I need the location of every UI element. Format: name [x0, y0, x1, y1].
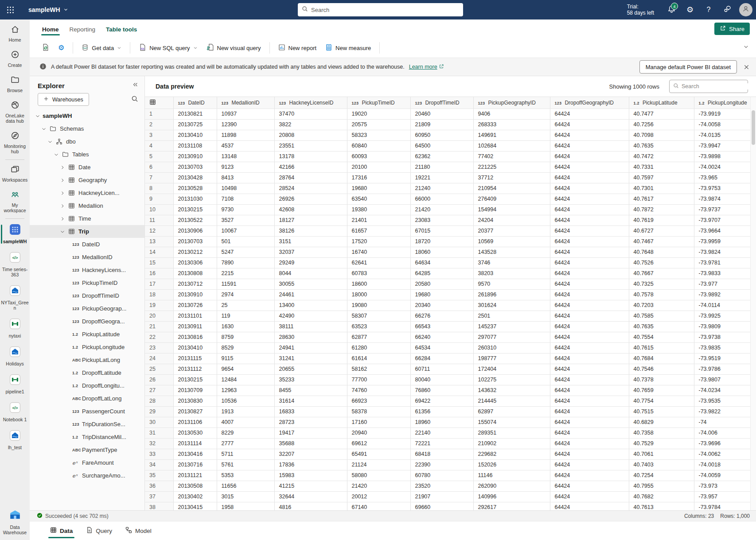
- rail-item-lh-test[interactable]: lh_test: [0, 426, 30, 454]
- tree-item-dbo[interactable]: dbo: [30, 135, 144, 148]
- rail-item-samplewh[interactable]: sampleWH: [0, 220, 30, 248]
- column-header-pickupgeographyid[interactable]: 123PickupGeographyID: [473, 97, 550, 109]
- column-header-hackneylicenseid[interactable]: 123HackneyLicenseID: [274, 97, 347, 109]
- add-warehouses-button[interactable]: Warehouses: [38, 93, 89, 106]
- global-search-input[interactable]: [311, 7, 459, 13]
- rail-item-notebook-1[interactable]: </> Notebook 1: [0, 398, 30, 426]
- rail-item-workspaces[interactable]: Workspaces: [0, 161, 30, 186]
- chevron-right-icon[interactable]: [59, 165, 66, 170]
- new-report-button[interactable]: New report: [274, 41, 321, 55]
- tree-column-pickuplatlong[interactable]: ABC PickupLatLong: [30, 354, 144, 366]
- column-header-pickuplongitude[interactable]: 1.2PickupLongitude: [694, 97, 750, 109]
- tree-item-tables[interactable]: Tables: [30, 148, 144, 161]
- rail-item-browse[interactable]: Browse: [0, 72, 30, 97]
- chevron-down-icon[interactable]: [47, 139, 54, 144]
- rail-item-nytaxi-green[interactable]: NYTaxi_Green: [0, 281, 30, 315]
- tree-column-pickuplongitude[interactable]: 1.2 PickupLongitude: [30, 341, 144, 354]
- cell: 69612: [347, 438, 410, 449]
- settings-ribbon-button[interactable]: ⚙: [54, 41, 68, 54]
- scrollbar-thumb[interactable]: [752, 110, 755, 145]
- tree-column-hackneylicens-[interactable]: 123 HackneyLicens...: [30, 264, 144, 276]
- rail-item-monitoring-hub[interactable]: Monitoring hub: [0, 128, 30, 158]
- ribbon-collapse-button[interactable]: [743, 43, 749, 51]
- new-measure-button[interactable]: New measure: [321, 41, 375, 55]
- chevron-right-icon[interactable]: [59, 190, 66, 196]
- get-data-button[interactable]: Get data: [78, 41, 125, 55]
- chevron-down-icon[interactable]: [53, 152, 60, 157]
- tab-table-tools[interactable]: Table tools: [101, 22, 142, 36]
- rail-item-pipeline1[interactable]: pipeline1: [0, 370, 30, 398]
- chevron-down-icon[interactable]: [59, 229, 66, 234]
- preview-search[interactable]: [669, 80, 748, 93]
- tree-item-trip[interactable]: Trip: [30, 225, 144, 238]
- tree-column-dateid[interactable]: 123 DateID: [30, 238, 144, 251]
- collapse-panel-icon[interactable]: [132, 82, 138, 89]
- rail-item-my-workspace[interactable]: My workspace: [0, 186, 30, 217]
- tree-column-tripdistancemil-[interactable]: 1.2 TripDistanceMil...: [30, 431, 144, 443]
- column-header-dropoffgeographyid[interactable]: 123DropoffGeographyID: [550, 97, 629, 109]
- column-header-pickuplatitude[interactable]: 1.2PickupLatitude: [629, 97, 694, 109]
- tree-column-pickuptimeid[interactable]: 123 PickupTimeID: [30, 276, 144, 289]
- rail-item-nytaxi[interactable]: nytaxi: [0, 315, 30, 342]
- column-header-dateid[interactable]: 123DateID: [173, 97, 217, 109]
- tree-column-pickuplatitude[interactable]: 1.2 PickupLatitude: [30, 328, 144, 341]
- rail-item-create[interactable]: Create: [0, 47, 30, 72]
- tree-column-dropofflatlong[interactable]: ABC DropoffLatLong: [30, 392, 144, 405]
- chevron-right-icon[interactable]: [59, 203, 66, 209]
- tree-column-paymenttype[interactable]: ABC PaymentType: [30, 443, 144, 456]
- tree-column-fareamount[interactable]: eˣ FareAmount: [30, 456, 144, 469]
- rail-item-holidays[interactable]: Holidays: [0, 342, 30, 370]
- learn-more-link[interactable]: Learn more: [409, 64, 444, 70]
- tab-model[interactable]: Model: [120, 522, 157, 540]
- tree-column-dropofflongitu-[interactable]: 1.2 DropoffLongitu...: [30, 379, 144, 392]
- help-button[interactable]: ?: [700, 1, 717, 18]
- new-visual-query-button[interactable]: New visual query: [203, 40, 265, 55]
- tree-column-dropofflatitude[interactable]: 1.2 DropoffLatitude: [30, 366, 144, 379]
- close-icon[interactable]: [743, 64, 750, 70]
- tab-data[interactable]: Data: [45, 522, 78, 540]
- tree-item-schemas[interactable]: Schemas: [30, 122, 144, 135]
- tree-column-surchargeamo-[interactable]: eˣ SurchargeAmo...: [30, 469, 144, 482]
- tree-item-samplewh[interactable]: sampleWH: [30, 109, 144, 122]
- rail-item-home[interactable]: Home: [0, 21, 30, 47]
- tree-item-date[interactable]: Date: [30, 161, 144, 174]
- account-avatar[interactable]: [739, 3, 752, 16]
- tab-reporting[interactable]: Reporting: [64, 22, 101, 36]
- tab-home[interactable]: Home: [37, 22, 64, 36]
- tab-query[interactable]: Query: [81, 522, 117, 540]
- settings-button[interactable]: ⚙: [682, 1, 698, 18]
- feedback-button[interactable]: [719, 1, 736, 18]
- refresh-button[interactable]: [38, 40, 53, 55]
- tree-column-dropofftimeid[interactable]: 123 DropoffTimeID: [30, 289, 144, 302]
- tree-column-pickupgeograp-[interactable]: 123 PickupGeograp...: [30, 302, 144, 315]
- tree-item-time[interactable]: Time: [30, 212, 144, 225]
- preview-search-input[interactable]: [682, 83, 753, 89]
- chevron-down-icon[interactable]: [34, 113, 41, 119]
- chevron-down-icon[interactable]: [40, 126, 47, 132]
- notifications-button[interactable]: 4: [663, 1, 680, 18]
- vertical-scrollbar[interactable]: [750, 97, 756, 510]
- tree-item-medallion[interactable]: Medallion: [30, 199, 144, 212]
- new-sql-query-button[interactable]: SQL New SQL query: [135, 40, 201, 55]
- explorer-search-icon[interactable]: [131, 95, 138, 104]
- app-launcher-icon[interactable]: [0, 0, 20, 19]
- global-search[interactable]: [298, 3, 463, 16]
- manage-dataset-button[interactable]: Manage default Power BI dataset: [639, 60, 737, 74]
- tree-column-medallionid[interactable]: 123 MedallionID: [30, 251, 144, 264]
- rail-item-data-warehouse[interactable]: Data Warehouse: [0, 505, 30, 539]
- rail-item-onelake-data-hub[interactable]: OneLake data hub: [0, 97, 30, 128]
- tree-item-geography[interactable]: Geography: [30, 174, 144, 186]
- tree-column-dropoffgeogra-[interactable]: 123 DropoffGeogra...: [30, 315, 144, 328]
- tree-column-passengercount[interactable]: 123 PassengerCount: [30, 405, 144, 418]
- tree-item-hackneylicen-[interactable]: HackneyLicen...: [30, 186, 144, 199]
- rail-item-time-series-363[interactable]: </> Time series-363: [0, 248, 30, 281]
- chevron-right-icon[interactable]: [59, 216, 66, 221]
- share-button[interactable]: Share: [714, 23, 750, 35]
- tree-column-tripdurationse-[interactable]: 123 TripDurationSe...: [30, 418, 144, 431]
- select-all-corner[interactable]: [145, 97, 173, 109]
- column-header-medallionid[interactable]: 123MedallionID: [217, 97, 274, 109]
- column-header-dropofftimeid[interactable]: 123DropoffTimeID: [410, 97, 473, 109]
- column-header-pickuptimeid[interactable]: 123PickupTimeID: [347, 97, 410, 109]
- chevron-right-icon[interactable]: [59, 178, 66, 183]
- product-switcher[interactable]: sampleWH: [28, 6, 68, 13]
